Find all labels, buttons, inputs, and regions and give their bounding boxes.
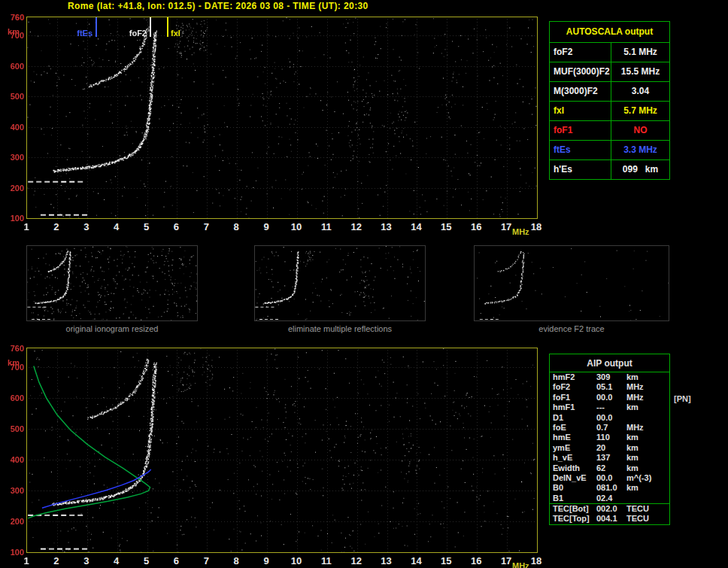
table-row-foF1: foF1 NO [550, 120, 669, 140]
aip-row-D1: D100.0 [550, 413, 669, 423]
x-tick-3: 3 [77, 555, 96, 566]
aip-param-unit: km [626, 453, 669, 463]
fxI-marker-line [167, 17, 168, 37]
param-label: foF2 [550, 43, 611, 62]
aip-param-label: DelN_vE [550, 473, 596, 483]
y-axis-unit: km [3, 358, 24, 367]
autoscala-table-title: AUTOSCALA output [550, 22, 669, 42]
aip-row-DelN: DelN_vE00.0m^(-3) [550, 473, 669, 483]
aip-row-foF1: foF100.0MHz [550, 393, 669, 402]
x-tick-13: 13 [378, 221, 396, 232]
thumbnail-original-canvas [27, 246, 197, 320]
table-row-ftEs: ftEs 3.3 MHz [550, 140, 669, 159]
foF2-marker-label: foF2 [124, 29, 147, 38]
aip-param-label: hmE [550, 433, 596, 442]
thumbnail-caption: original ionogram resized [26, 324, 198, 333]
thumbnail-caption: evidence F2 trace [474, 324, 669, 333]
aip-param-value: 20 [596, 443, 626, 453]
param-value: 3.3 MHz [611, 141, 669, 159]
aip-param-value: 0.7 [596, 423, 626, 433]
aip-param-label: foF2 [550, 382, 596, 392]
y-tick-400: 400 [3, 455, 24, 464]
x-tick-18: 18 [527, 555, 545, 566]
x-tick-13: 13 [378, 555, 396, 566]
param-value: 15.5 MHz [611, 62, 669, 81]
aip-row-TEC-bot: TEC[Bot]002.0TECU [550, 504, 669, 514]
param-value: 5.7 MHz [611, 102, 669, 120]
param-value: 3.04 [611, 82, 669, 101]
x-tick-16: 16 [467, 221, 485, 232]
x-tick-8: 8 [227, 555, 245, 566]
table-row-muf: MUF(3000)F2 15.5 MHz [550, 62, 669, 81]
aip-param-unit: km [626, 433, 669, 442]
aip-row-foE: foE0.7MHz [550, 423, 669, 433]
y-tick-400: 400 [3, 123, 24, 132]
aip-row-B1: B102.4 [550, 494, 669, 503]
aip-table-title: AIP output [550, 354, 669, 372]
y-tick-500: 500 [3, 92, 24, 101]
aip-param-value: 62 [596, 463, 626, 473]
y-tick-300: 300 [3, 486, 24, 495]
x-tick-5: 5 [138, 221, 156, 232]
page-title: Rome (lat: +41.8, lon: 012.5) - DATE: 20… [68, 1, 369, 11]
ftEs-marker-line [96, 17, 97, 37]
y-axis-unit: km [3, 27, 24, 36]
aip-row-hmE: hmE110km [550, 433, 669, 442]
fof1-pn-note: [PN] [674, 394, 691, 403]
aip-param-label: B1 [550, 494, 596, 503]
foF2-marker-line [150, 17, 151, 37]
top-ionogram-plot [26, 17, 538, 219]
param-label: fxI [550, 102, 611, 120]
aip-param-label: h_vE [550, 453, 596, 463]
x-tick-11: 11 [317, 221, 335, 232]
bottom-ionogram-plot [26, 348, 538, 553]
x-axis-unit: MHz [512, 227, 529, 236]
aip-param-value: 00.0 [596, 473, 626, 483]
aip-param-label: TEC[Top] [550, 514, 596, 524]
table-row-fxI: fxI 5.7 MHz [550, 101, 669, 120]
ftEs-marker-label: ftEs [70, 29, 93, 38]
x-tick-5: 5 [138, 555, 156, 566]
y-tick-600: 600 [3, 62, 24, 71]
x-tick-16: 16 [467, 555, 485, 566]
x-tick-1: 1 [17, 555, 35, 566]
aip-param-label: ymE [550, 443, 596, 453]
thumbnail-evidence-canvas [475, 246, 669, 320]
y-tick-600: 600 [3, 393, 24, 402]
aip-row-hvE: h_vE137km [550, 453, 669, 463]
aip-row-hmF1: hmF1---km [550, 402, 669, 412]
y-tick-760: 760 [3, 344, 24, 353]
aip-row-hmF2: hmF2309km [550, 372, 669, 382]
aip-param-label: hmF2 [550, 372, 596, 382]
x-tick-4: 4 [108, 555, 126, 566]
aip-param-value: 00.0 [596, 393, 626, 402]
aip-param-label: TEC[Bot] [550, 504, 596, 514]
x-tick-10: 10 [287, 555, 305, 566]
x-tick-12: 12 [347, 555, 366, 566]
x-tick-2: 2 [47, 221, 65, 232]
aip-param-label: D1 [550, 413, 596, 423]
x-tick-9: 9 [257, 221, 275, 232]
y-tick-500: 500 [3, 424, 24, 433]
aip-param-value: 137 [596, 453, 626, 463]
aip-param-unit: km [626, 443, 669, 453]
x-tick-14: 14 [407, 555, 425, 566]
thumbnail-evidence-f2 [474, 245, 669, 321]
aip-param-value: 002.0 [596, 504, 626, 514]
param-label: h'Es [550, 160, 611, 179]
x-tick-11: 11 [317, 555, 335, 566]
param-label: M(3000)F2 [550, 82, 611, 101]
x-tick-2: 2 [47, 555, 65, 566]
aip-param-unit: m^(-3) [626, 473, 669, 483]
param-value: 099 km [611, 160, 669, 179]
aip-param-unit: MHz [626, 393, 669, 402]
x-tick-6: 6 [167, 555, 185, 566]
fxI-marker-label: fxI [171, 29, 180, 38]
thumbnail-eliminate-reflections [254, 245, 426, 321]
x-tick-14: 14 [407, 221, 425, 232]
autoscala-output-table: AUTOSCALA output foF2 5.1 MHz MUF(3000)F… [549, 21, 670, 180]
param-value: 5.1 MHz [611, 43, 669, 62]
x-tick-15: 15 [437, 555, 455, 566]
x-tick-3: 3 [77, 221, 96, 232]
aip-param-unit: TECU [626, 504, 669, 514]
